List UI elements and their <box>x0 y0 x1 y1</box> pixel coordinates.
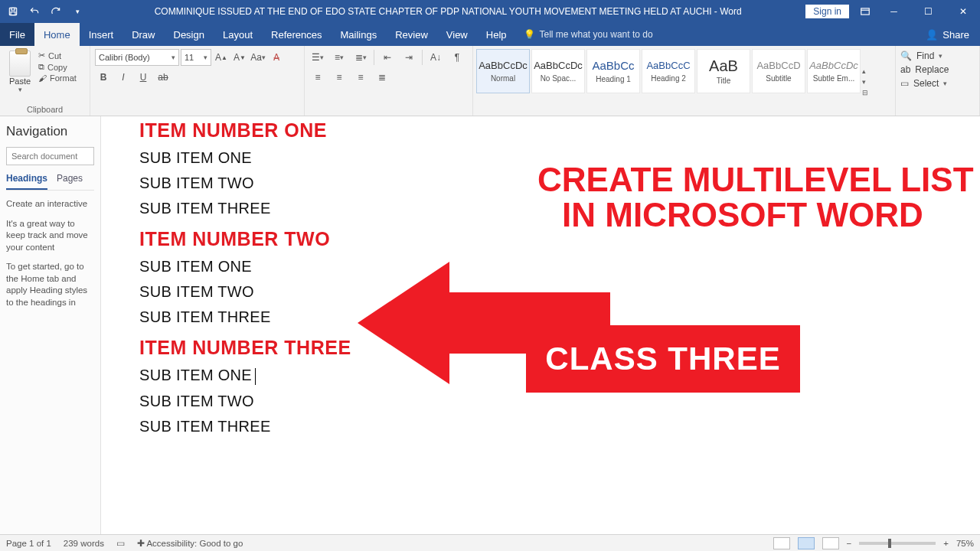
overlay-title: CREATE MULTILEVEL LIST IN MICROSOFT WORD <box>537 162 974 233</box>
nav-hint-3: To get started, go to the Home tab and a… <box>6 261 94 308</box>
group-font: Calibri (Body)▾ 11▾ A▲ A▼ Aa▾ A̶ B I U a… <box>90 46 305 116</box>
multilevel-icon[interactable]: ≣▾ <box>352 49 369 66</box>
workspace: Navigation Headings Pages Create an inte… <box>0 116 980 534</box>
format-painter-button[interactable]: 🖌Format <box>38 73 77 83</box>
bullets-icon[interactable]: ☰▾ <box>309 49 326 66</box>
tab-insert[interactable]: Insert <box>80 23 123 46</box>
quick-access-toolbar: ▾ <box>0 5 90 18</box>
navigation-pane: Navigation Headings Pages Create an inte… <box>0 116 101 534</box>
nav-tabs: Headings Pages <box>6 173 94 191</box>
share-label: Share <box>942 29 969 41</box>
numbering-icon[interactable]: ≡▾ <box>331 49 348 66</box>
zoom-out-button[interactable]: − <box>847 539 852 548</box>
tab-home[interactable]: Home <box>34 23 80 46</box>
view-print-layout[interactable] <box>798 537 815 549</box>
strike-button[interactable]: ab <box>155 69 172 86</box>
align-left-icon[interactable]: ≡ <box>309 69 326 86</box>
status-words[interactable]: 239 words <box>64 539 104 548</box>
minimize-button[interactable]: ─ <box>877 0 911 23</box>
svg-rect-2 <box>11 12 15 15</box>
increase-indent-icon[interactable]: ⇥ <box>400 49 417 66</box>
align-center-icon[interactable]: ≡ <box>331 69 348 86</box>
style-no-spacing[interactable]: AaBbCcDcNo Spac... <box>531 49 585 93</box>
status-page[interactable]: Page 1 of 1 <box>6 539 51 548</box>
copy-icon: ⧉ <box>38 62 44 72</box>
find-button[interactable]: 🔍Find▾ <box>900 49 975 63</box>
style-heading2[interactable]: AaBbCcCHeading 2 <box>642 49 695 93</box>
status-proof-icon[interactable]: ▭ <box>116 538 125 549</box>
share-icon: 👤 <box>926 29 938 41</box>
style-subtle-em[interactable]: AaBbCcDcSubtle Em... <box>807 49 861 93</box>
save-icon[interactable] <box>6 5 20 18</box>
show-marks-icon[interactable]: ¶ <box>449 49 466 66</box>
ribbon-display-options-icon[interactable] <box>854 0 877 23</box>
group-clipboard: Paste ▾ ✂Cut ⧉Copy 🖌Format Clipboard <box>0 46 90 116</box>
font-size-combo[interactable]: 11▾ <box>181 49 211 66</box>
copy-button[interactable]: ⧉Copy <box>38 62 77 72</box>
scissors-icon: ✂ <box>38 51 45 60</box>
ribbon: Paste ▾ ✂Cut ⧉Copy 🖌Format Clipboard Cal… <box>0 46 980 116</box>
nav-hint-2: It's a great way to keep track and move … <box>6 218 94 254</box>
select-icon: ▭ <box>900 78 909 89</box>
tab-file[interactable]: File <box>0 23 34 46</box>
style-title[interactable]: AaBTitle <box>697 49 750 93</box>
document-title: COMMINIQUE ISSUED AT THE END OF EDO STAT… <box>90 6 805 17</box>
style-subtitle[interactable]: AaBbCcDSubtitle <box>752 49 805 93</box>
tab-references[interactable]: References <box>262 23 331 46</box>
zoom-slider[interactable] <box>859 542 936 545</box>
shrink-font-icon[interactable]: A▼ <box>231 49 248 66</box>
clear-format-icon[interactable]: A̶ <box>268 49 285 66</box>
style-normal[interactable]: AaBbCcDcNormal <box>476 49 530 93</box>
tell-me-label: Tell me what you want to do <box>540 29 653 40</box>
zoom-level[interactable]: 75% <box>956 539 974 548</box>
tab-help[interactable]: Help <box>477 23 516 46</box>
cut-button[interactable]: ✂Cut <box>38 51 77 60</box>
sign-in-button[interactable]: Sign in <box>805 5 849 18</box>
nav-tab-headings[interactable]: Headings <box>6 173 47 190</box>
align-right-icon[interactable]: ≡ <box>352 69 369 86</box>
status-bar: Page 1 of 1 239 words ▭ ✚ Accessibility:… <box>0 534 980 551</box>
replace-icon: ab <box>900 64 910 75</box>
undo-icon[interactable] <box>28 5 41 18</box>
tab-design[interactable]: Design <box>165 23 214 46</box>
paste-icon <box>9 51 31 77</box>
title-bar: ▾ COMMINIQUE ISSUED AT THE END OF EDO ST… <box>0 0 980 23</box>
tell-me-search[interactable]: 💡 Tell me what you want to do <box>516 23 661 46</box>
decrease-indent-icon[interactable]: ⇤ <box>379 49 396 66</box>
nav-body: Create an interactive It's a great way t… <box>6 198 94 308</box>
grow-font-icon[interactable]: A▲ <box>213 49 230 66</box>
tab-layout[interactable]: Layout <box>214 23 262 46</box>
style-heading1[interactable]: AaBbCcHeading 1 <box>586 49 640 93</box>
sort-icon[interactable]: A↓ <box>427 49 444 66</box>
justify-icon[interactable]: ≣ <box>374 69 390 86</box>
view-read-mode[interactable] <box>773 537 790 549</box>
redo-icon[interactable] <box>49 5 63 18</box>
replace-button[interactable]: abReplace <box>900 63 975 77</box>
brush-icon: 🖌 <box>38 73 47 83</box>
overlay-class-badge: CLASS THREE <box>526 325 800 393</box>
bold-button[interactable]: B <box>95 69 112 86</box>
view-web-layout[interactable] <box>822 537 839 549</box>
paste-button[interactable]: Paste ▾ <box>5 49 35 99</box>
nav-hint-1: Create an interactive <box>6 198 94 210</box>
underline-button[interactable]: U <box>135 69 152 86</box>
tab-mailings[interactable]: Mailings <box>332 23 387 46</box>
maximize-button[interactable]: ☐ <box>911 0 946 23</box>
nav-tab-pages[interactable]: Pages <box>57 173 83 190</box>
document-area[interactable]: ITEM NUMBER ONE SUB ITEM ONE SUB ITEM TW… <box>101 116 980 534</box>
change-case-icon[interactable]: Aa▾ <box>250 49 266 66</box>
tab-draw[interactable]: Draw <box>122 23 164 46</box>
qat-customize-icon[interactable]: ▾ <box>70 5 84 18</box>
svg-rect-3 <box>861 8 870 15</box>
select-button[interactable]: ▭Select▾ <box>900 77 975 90</box>
close-button[interactable]: ✕ <box>946 0 980 23</box>
status-accessibility[interactable]: ✚ Accessibility: Good to go <box>137 538 243 549</box>
zoom-in-button[interactable]: + <box>943 539 949 548</box>
styles-gallery-more[interactable]: ▴▾⊟ <box>862 49 876 114</box>
tab-view[interactable]: View <box>437 23 477 46</box>
tab-review[interactable]: Review <box>386 23 437 46</box>
font-name-combo[interactable]: Calibri (Body)▾ <box>95 49 179 66</box>
italic-button[interactable]: I <box>115 69 132 86</box>
nav-search-input[interactable] <box>6 147 94 165</box>
share-button[interactable]: 👤 Share <box>915 23 980 46</box>
